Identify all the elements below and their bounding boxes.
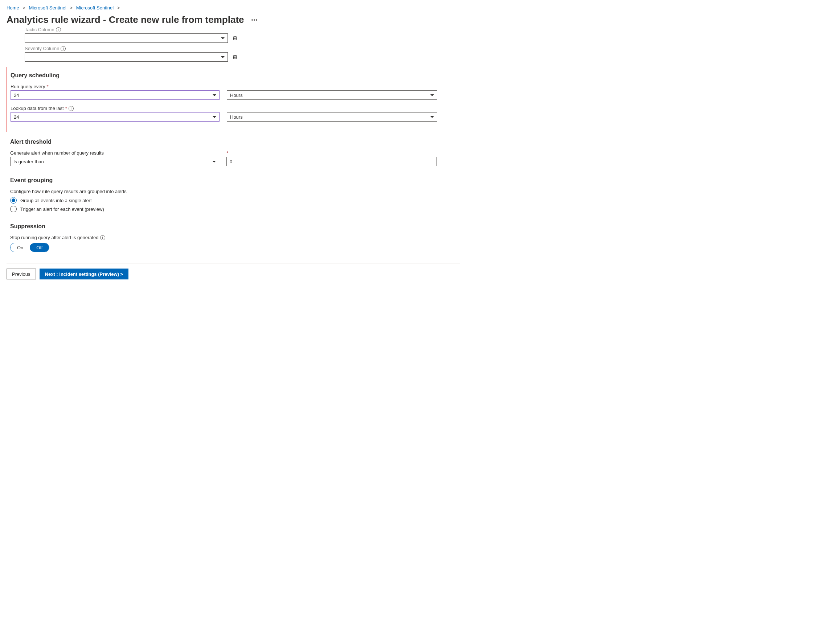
run-query-unit: Hours	[230, 93, 243, 98]
severity-column-dropdown[interactable]	[25, 52, 228, 62]
delete-tactic-column-button[interactable]	[232, 35, 238, 41]
suppression-label: Stop running query after alert is genera…	[10, 235, 99, 240]
chevron-down-icon	[430, 116, 434, 118]
grouping-option-single[interactable]: Group all events into a single alert	[10, 197, 456, 204]
alert-threshold-section: Alert threshold Generate alert when numb…	[6, 139, 460, 166]
chevron-right-icon: >	[23, 5, 25, 11]
radio-unchecked-icon	[10, 206, 17, 212]
threshold-operator: Is greater than	[14, 159, 44, 165]
breadcrumb-sentinel-2[interactable]: Microsoft Sentinel	[76, 5, 114, 11]
radio-checked-icon	[10, 197, 17, 204]
event-grouping-heading: Event grouping	[10, 177, 456, 184]
delete-severity-column-button[interactable]	[232, 54, 238, 60]
suppression-toggle[interactable]: On Off	[10, 243, 49, 252]
chevron-down-icon	[212, 161, 216, 163]
suppression-on[interactable]: On	[11, 243, 30, 252]
chevron-down-icon	[430, 95, 434, 96]
required-icon: *	[65, 105, 67, 111]
info-icon[interactable]: i	[56, 27, 61, 32]
more-actions-icon[interactable]: •••	[249, 17, 260, 23]
chevron-down-icon	[221, 56, 225, 58]
threshold-value: 0	[230, 159, 232, 165]
run-query-value: 24	[14, 93, 19, 98]
chevron-right-icon: >	[70, 5, 73, 11]
threshold-operator-dropdown[interactable]: Is greater than	[10, 157, 219, 166]
run-query-label: Run query every	[11, 84, 45, 89]
query-scheduling-section: Query scheduling Run query every * 24 Ho…	[6, 67, 460, 132]
suppression-heading: Suppression	[10, 223, 456, 230]
tactic-column-label: Tactic Column	[25, 27, 55, 32]
chevron-down-icon	[213, 116, 216, 118]
threshold-value-input[interactable]: 0	[226, 157, 437, 166]
breadcrumb-sentinel-1[interactable]: Microsoft Sentinel	[29, 5, 66, 11]
lookup-unit-dropdown[interactable]: Hours	[227, 112, 437, 122]
info-icon[interactable]: i	[61, 46, 66, 51]
lookup-data-label: Lookup data from the last	[11, 105, 64, 111]
run-query-value-dropdown[interactable]: 24	[11, 90, 220, 100]
grouping-option-each[interactable]: Trigger an alert for each event (preview…	[10, 206, 456, 212]
info-icon[interactable]: i	[69, 106, 74, 111]
previous-button[interactable]: Previous	[6, 268, 36, 279]
query-scheduling-heading: Query scheduling	[11, 72, 456, 79]
grouping-option-each-label: Trigger an alert for each event (preview…	[20, 206, 104, 212]
breadcrumb: Home > Microsoft Sentinel > Microsoft Se…	[6, 5, 460, 11]
lookup-unit: Hours	[230, 114, 243, 120]
event-grouping-section: Event grouping Configure how rule query …	[6, 177, 460, 212]
lookup-value-dropdown[interactable]: 24	[11, 112, 220, 122]
next-button[interactable]: Next : Incident settings (Preview) >	[40, 268, 129, 279]
severity-column-label: Severity Column	[25, 46, 59, 51]
lookup-value: 24	[14, 114, 19, 120]
required-icon: *	[46, 84, 48, 89]
page-title: Analytics rule wizard - Create new rule …	[6, 14, 244, 25]
suppression-off[interactable]: Off	[30, 243, 49, 252]
breadcrumb-home[interactable]: Home	[6, 5, 19, 11]
chevron-down-icon	[213, 95, 216, 96]
chevron-down-icon	[221, 37, 225, 39]
info-icon[interactable]: i	[100, 235, 105, 240]
wizard-footer: Previous Next : Incident settings (Previ…	[6, 263, 460, 286]
tactic-column-dropdown[interactable]	[25, 34, 228, 43]
grouping-option-single-label: Group all events into a single alert	[20, 198, 92, 203]
chevron-right-icon: >	[117, 5, 120, 11]
event-grouping-desc: Configure how rule query results are gro…	[10, 189, 456, 194]
suppression-section: Suppression Stop running query after ale…	[6, 223, 460, 252]
alert-threshold-heading: Alert threshold	[10, 139, 456, 145]
run-query-unit-dropdown[interactable]: Hours	[227, 90, 437, 100]
threshold-label: Generate alert when number of query resu…	[10, 150, 104, 156]
required-icon: *	[226, 150, 228, 156]
